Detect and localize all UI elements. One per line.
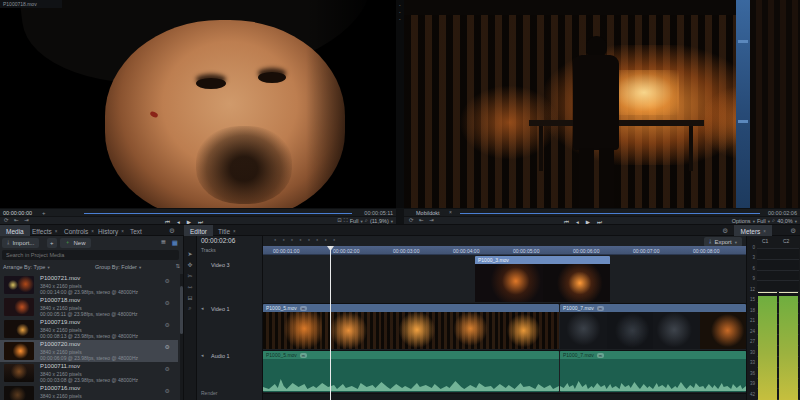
tab-history-label: History — [98, 228, 118, 235]
media-item-name: P1000718.mov — [40, 297, 80, 303]
close-icon[interactable]: × — [763, 229, 766, 234]
media-item-name: P1000711.mov — [40, 363, 80, 369]
media-item-name: P1000720.mov — [40, 341, 80, 347]
tab-title-label: Title — [218, 228, 230, 235]
gear-icon[interactable]: ⚙ — [165, 321, 170, 328]
clip-frame — [700, 312, 747, 349]
loop-icon[interactable]: ⟳ — [4, 218, 9, 224]
zoom-tool-icon[interactable]: ⌕ — [184, 305, 196, 312]
import-button[interactable]: ⤓ Import... — [2, 238, 39, 248]
close-icon[interactable]: × — [55, 229, 58, 234]
group-by-dropdown[interactable]: Group By: Folder ▾ — [95, 264, 141, 270]
slice-tool-icon[interactable]: ✂ — [184, 272, 196, 279]
ripple-tool-icon[interactable]: ⊟ — [184, 294, 196, 301]
tab-text-label: Text — [130, 228, 142, 235]
editor-seek-bar[interactable] — [460, 213, 760, 215]
clip-video1-a[interactable]: P1000_5.mov m — [263, 304, 559, 349]
media-item-detail: 00:00:05:11 @ 23.98fps, stereo @ 48000Hz — [40, 311, 138, 317]
meter-channel-label: C1 — [762, 238, 768, 244]
slip-tool-icon[interactable]: ⇿ — [184, 283, 196, 290]
media-scrollbar-thumb[interactable] — [180, 286, 183, 334]
gear-icon[interactable]: ⚙ — [722, 227, 728, 235]
trimmer-seek-bar[interactable] — [84, 213, 352, 215]
collapse-icon[interactable]: ◂ — [201, 353, 204, 358]
track-label-video1[interactable]: Video 1 — [211, 306, 230, 312]
plus-icon: + — [50, 240, 54, 246]
new-button[interactable]: ＋ New — [60, 238, 91, 248]
guides-icon[interactable]: ⊡ — [337, 218, 342, 224]
render-strip — [263, 393, 746, 400]
gear-icon[interactable]: ⚙ — [790, 227, 796, 235]
trimmer-tab[interactable]: P1000718.mov — [0, 0, 62, 8]
meter-scale-label: 0 — [747, 245, 755, 250]
clip-header: P1000_5.mov m — [263, 351, 559, 359]
media-thumbnail — [4, 342, 34, 360]
close-icon[interactable]: × — [449, 210, 452, 215]
timeline-timecode[interactable]: 00:00:02:06 — [201, 237, 235, 244]
media-item[interactable]: P1000719.mov 3840 x 2160 pixels 00:00:08… — [0, 318, 178, 340]
ruler-label: 00:00:04:00 — [453, 248, 479, 254]
gear-icon[interactable]: ⚙ — [169, 227, 175, 235]
divider-grip-icon: ▪ — [396, 11, 404, 15]
clip-frame — [441, 312, 500, 349]
gear-icon[interactable]: ⚙ — [165, 277, 170, 284]
media-scrollbar[interactable] — [180, 274, 183, 400]
search-input[interactable] — [2, 250, 179, 260]
gear-icon[interactable]: ⚙ — [165, 365, 170, 372]
close-icon[interactable]: × — [233, 229, 236, 234]
add-point-button[interactable]: + — [42, 210, 46, 216]
clip-frame — [381, 312, 440, 349]
track-label-video3[interactable]: Video 3 — [211, 262, 230, 268]
goto-out-icon[interactable]: ⇥ — [429, 218, 434, 224]
viewer-divider[interactable]: ▪ ▪ ▪ — [396, 0, 404, 208]
meter-scale-label: 18 — [747, 308, 755, 313]
media-thumbnail — [4, 386, 34, 400]
timeline-ruler[interactable]: 00:00:01:00 00:00:02:00 00:00:03:00 00:0… — [263, 246, 746, 255]
gear-icon[interactable]: ⚙ — [165, 343, 170, 350]
goto-in-icon[interactable]: ⇤ — [14, 218, 19, 224]
magnify-icon[interactable]: ⌕ — [365, 218, 368, 224]
clip-audio-b[interactable]: P1000_7.mov m — [560, 351, 746, 392]
clip-header: P1000_5.mov m — [263, 304, 559, 312]
arrange-by-dropdown[interactable]: Arrange By: Type ▾ — [3, 264, 50, 270]
list-view-icon[interactable]: ≣ — [161, 239, 166, 246]
media-item[interactable]: P1000711.mov 3840 x 2160 pixels 00:00:03… — [0, 362, 178, 384]
hand-tool-icon[interactable]: ✥ — [184, 261, 196, 268]
clip-video3[interactable]: P1000_3.mov — [475, 256, 610, 302]
grid-view-icon[interactable]: ▦ — [172, 239, 178, 247]
chevron-down-icon: ▾ — [768, 219, 770, 224]
meter-scale-label: 30 — [747, 350, 755, 355]
playhead-line[interactable] — [330, 246, 331, 400]
track-header-column: 00:00:02:06 Tracks Video 3 ◂ Video 1 ◂ A… — [197, 236, 263, 400]
video-art-figure-leg — [599, 148, 614, 208]
editor-seek-row: Mobildokt × 00:00:02:06 — [404, 208, 800, 216]
collapse-icon[interactable]: ◂ — [201, 306, 204, 311]
fit-icon[interactable]: ⛶ — [344, 218, 348, 224]
sort-icon[interactable]: ⇅ — [175, 264, 180, 270]
gear-icon[interactable]: ⚙ — [165, 387, 170, 394]
goto-out-icon[interactable]: ⇥ — [24, 218, 29, 224]
media-item[interactable]: P1000721.mov 3840 x 2160 pixels 00:00:14… — [0, 274, 178, 296]
clip-name: P1000_7.mov — [563, 352, 594, 358]
media-thumbnail — [4, 298, 34, 316]
render-label: Render — [201, 390, 217, 396]
loop-icon[interactable]: ⟳ — [409, 218, 414, 224]
meter-scale-label: 12 — [747, 287, 755, 292]
select-tool-icon[interactable]: ➤ — [184, 250, 196, 257]
add-button[interactable]: + — [47, 238, 57, 248]
panel-tab-bar: Media Effects × Controls × History × Tex… — [0, 224, 800, 236]
goto-in-icon[interactable]: ⇤ — [419, 218, 424, 224]
track-label-audio1[interactable]: Audio 1 — [211, 353, 230, 359]
video-art-eye-right — [258, 72, 286, 83]
meter-grid — [757, 248, 799, 400]
ruler-label: 00:00:05:00 — [513, 248, 539, 254]
clip-audio-a[interactable]: P1000_5.mov m — [263, 351, 559, 392]
meter-scale-label: 6 — [747, 266, 755, 271]
clip-video1-b[interactable]: P1000_7.mov m — [560, 304, 746, 349]
magnify-icon[interactable]: ⌕ — [772, 218, 775, 224]
import-button-label: Import... — [12, 240, 34, 246]
media-item[interactable]: P1000718.mov 3840 x 2160 pixels 00:00:05… — [0, 296, 178, 318]
media-item[interactable]: P1000716.mov 3840 x 2160 pixels 00:00:10… — [0, 384, 178, 400]
media-item-selected[interactable]: P1000720.mov 3840 x 2160 pixels 00:00:06… — [0, 340, 178, 362]
gear-icon[interactable]: ⚙ — [165, 299, 170, 306]
